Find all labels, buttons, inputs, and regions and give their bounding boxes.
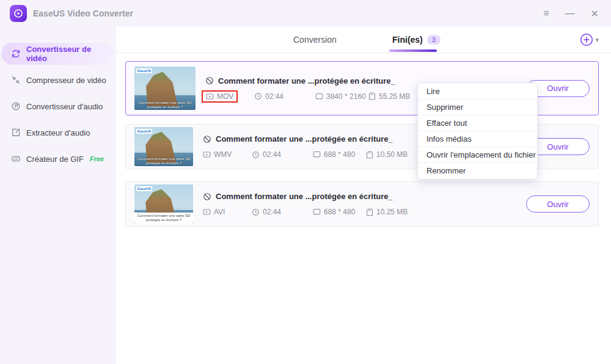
titlebar: EaseUS Video Converter ≡ — ✕ [0, 0, 611, 27]
size-value: 10.50 MB [366, 150, 408, 159]
video-status-icon [203, 135, 211, 144]
video-status-icon [205, 76, 214, 85]
main-panel: Conversion Fini(es) 3 ▾ EaseUS Comment f… [116, 27, 611, 364]
resolution-icon [313, 151, 321, 158]
sidebar-item-label: Convertisseur de vidéo [26, 45, 114, 63]
video-thumbnail: EaseUS Comment formater une carte SD pro… [134, 184, 193, 224]
file-title: Comment formater une ...protégée en écri… [218, 76, 395, 86]
duration-value: 02:44 [254, 92, 315, 101]
close-icon[interactable]: ✕ [591, 8, 599, 20]
thumbnail-caption: Comment formater une carte SD protégée e… [134, 213, 193, 224]
duration-value: 02:44 [252, 150, 313, 159]
thumbnail-logo: EaseUS [136, 68, 152, 73]
storage-icon [366, 151, 373, 159]
format-value: MOV [205, 92, 254, 101]
thumbnail-logo: EaseUS [136, 186, 152, 191]
tabbar: Conversion Fini(es) 3 ▾ [116, 27, 611, 53]
video-thumbnail: EaseUS Comment formater une carte SD pro… [134, 67, 196, 110]
menu-item-rename[interactable]: Renommer [418, 163, 537, 178]
file-card[interactable]: EaseUS Comment formater une carte SD pro… [125, 181, 599, 227]
context-menu: Lire Supprimer Effacer tout Infos médias… [417, 82, 538, 180]
thumbnail-caption: Comment formater une carte SD protégée e… [135, 101, 195, 109]
resolution-value: 3840 * 2160 [315, 92, 368, 101]
menu-item-delete[interactable]: Supprimer [418, 100, 537, 115]
format-icon [206, 93, 214, 100]
resolution-icon [313, 208, 321, 216]
svg-text:GIF: GIF [13, 157, 18, 161]
format-value: AVI [203, 208, 252, 216]
sidebar-item-video-compressor[interactable]: Compresseur de vidéo [1, 69, 114, 91]
extract-audio-icon [11, 128, 21, 137]
convert-video-icon [11, 49, 21, 59]
sidebar-item-label: Convertisseur d'audio [26, 102, 103, 111]
storage-icon [368, 92, 376, 100]
add-file-button[interactable] [580, 33, 593, 46]
active-tab-underline [389, 49, 437, 52]
clock-icon [252, 151, 260, 159]
tab-finished-label: Fini(es) [392, 35, 423, 45]
resolution-icon [315, 93, 323, 100]
menu-item-open-file-location[interactable]: Ouvrir l'emplacement du fichier [418, 147, 537, 163]
format-icon [203, 208, 211, 216]
thumbnail-caption: Comment formater une carte SD protégée e… [135, 157, 192, 166]
size-value: 55.25 MB [368, 92, 410, 101]
gif-icon: GIF [11, 154, 21, 164]
format-value: WMV [203, 150, 252, 159]
chevron-down-icon[interactable]: ▾ [595, 36, 599, 44]
sidebar: Convertisseur de vidéo Compresseur de vi… [0, 27, 116, 364]
minimize-icon[interactable]: — [565, 8, 575, 19]
file-title: Comment formater une ...protégée en écri… [216, 192, 393, 201]
size-value: 10.25 MB [366, 208, 408, 216]
thumbnail-logo: EaseUS [136, 129, 152, 134]
clock-icon [252, 208, 260, 216]
resolution-value: 688 * 480 [313, 208, 366, 216]
sidebar-item-label: Extracteur d'audio [26, 128, 90, 137]
free-badge: Free [90, 155, 104, 162]
sidebar-item-audio-converter[interactable]: Convertisseur d'audio [1, 95, 114, 117]
sidebar-item-video-converter[interactable]: Convertisseur de vidéo [1, 43, 114, 65]
tab-finished[interactable]: Fini(es) 3 [392, 27, 441, 53]
compress-video-icon [11, 75, 21, 85]
resolution-value: 688 * 480 [313, 150, 366, 159]
storage-icon [366, 208, 373, 216]
sidebar-item-label: Créateur de GIF [26, 155, 84, 164]
menu-item-clear-all[interactable]: Effacer tout [418, 115, 537, 131]
format-highlight-box: MOV [202, 90, 238, 103]
menu-item-media-info[interactable]: Infos médias [418, 131, 537, 147]
video-thumbnail: EaseUS Comment formater une carte SD pro… [134, 127, 193, 166]
duration-value: 02:44 [252, 208, 313, 216]
format-icon [203, 151, 211, 158]
menu-icon[interactable]: ≡ [543, 8, 549, 19]
sidebar-item-gif-creator[interactable]: GIF Créateur de GIF Free [1, 148, 114, 170]
convert-audio-icon [11, 101, 21, 111]
app-logo-icon [10, 5, 27, 22]
sidebar-item-audio-extractor[interactable]: Extracteur d'audio [1, 122, 114, 144]
tab-conversion[interactable]: Conversion [293, 27, 337, 53]
menu-item-play[interactable]: Lire [418, 84, 537, 100]
open-button[interactable]: Ouvrir [526, 195, 590, 213]
file-title: Comment formater une ...protégée en écri… [216, 134, 393, 144]
video-status-icon [203, 192, 211, 201]
window-controls: ≡ — ✕ [543, 8, 599, 20]
app-title: EaseUS Video Converter [33, 9, 133, 18]
finished-count-badge: 3 [427, 35, 441, 45]
clock-icon [254, 92, 262, 100]
sidebar-item-label: Compresseur de vidéo [26, 76, 106, 85]
